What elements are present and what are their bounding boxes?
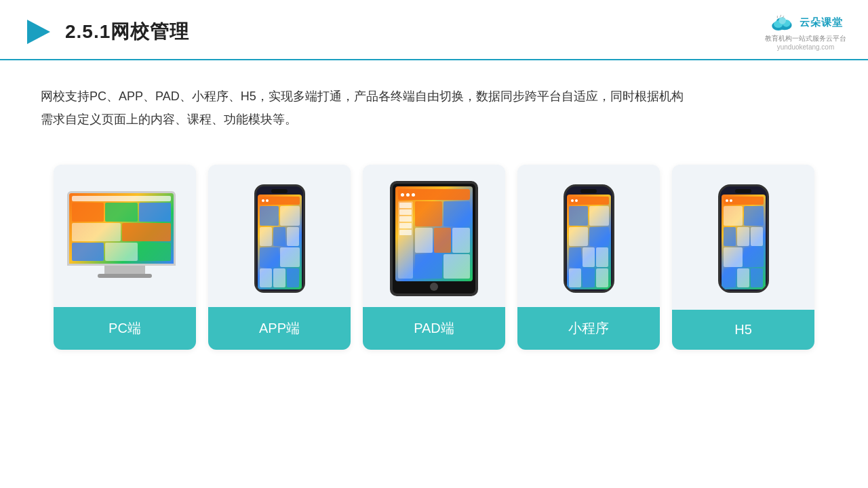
phone-notch-h5	[735, 189, 751, 193]
play-icon	[22, 16, 54, 48]
card-miniprogram: 小程序	[517, 165, 660, 350]
miniprogram-screen	[567, 195, 611, 289]
card-app: APP端	[208, 165, 351, 350]
h5-phone-mockup	[718, 184, 769, 293]
cards-area: PC端	[0, 151, 868, 350]
miniprogram-phone-mockup	[564, 184, 614, 293]
phone-notch	[271, 189, 288, 193]
pc-image-area	[54, 165, 196, 307]
h5-image-area	[672, 165, 814, 307]
pad-label: PAD端	[363, 307, 505, 350]
pc-mockup	[67, 191, 182, 286]
pad-mockup	[390, 181, 478, 296]
svg-line-8	[780, 15, 781, 17]
card-h5: H5	[672, 165, 814, 350]
logo-domain: yunduoketang.com	[777, 43, 835, 51]
svg-point-6	[778, 17, 786, 24]
logo-name: 云朵课堂	[800, 16, 843, 29]
card-pad: PAD端	[363, 165, 505, 350]
logo-tagline: 教育机构一站式服务云平台	[765, 34, 846, 43]
pc-label: PC端	[54, 307, 196, 350]
phone-screen	[258, 195, 302, 289]
pad-screen	[395, 186, 473, 281]
svg-marker-0	[27, 20, 50, 44]
pad-home-button	[430, 283, 438, 291]
miniprogram-label: 小程序	[517, 307, 660, 350]
page-title: 2.5.1网校管理	[65, 19, 189, 45]
app-image-area	[208, 165, 351, 307]
h5-label: H5	[672, 310, 814, 350]
app-label: APP端	[208, 307, 351, 350]
page-header: 2.5.1网校管理 云朵课堂 教育机构一站式服务云平台 yunduoketang…	[0, 0, 868, 60]
cloud-icon	[768, 12, 795, 33]
logo-cloud: 云朵课堂	[768, 12, 843, 33]
phone-notch-mp	[580, 189, 597, 193]
description-text: 网校支持PC、APP、PAD、小程序、H5，实现多端打通，产品各终端自由切换，数…	[0, 60, 868, 144]
h5-screen	[722, 195, 766, 289]
header-left: 2.5.1网校管理	[22, 16, 189, 48]
logo-area: 云朵课堂 教育机构一站式服务云平台 yunduoketang.com	[765, 12, 846, 51]
miniprogram-image-area	[517, 165, 660, 307]
app-phone-mockup	[254, 184, 305, 293]
pad-image-area	[363, 165, 505, 307]
card-pc: PC端	[54, 165, 196, 350]
